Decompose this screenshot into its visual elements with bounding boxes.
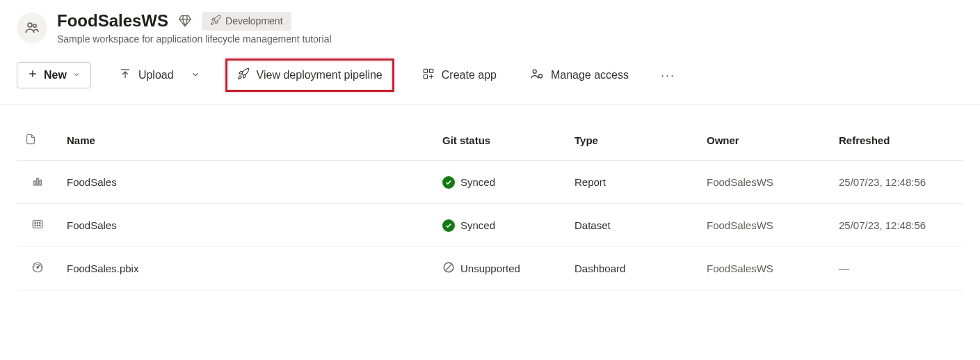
item-owner: FoodSalesWS [698,161,830,204]
rocket-icon [237,68,250,83]
table-row[interactable]: FoodSales Synced Dataset FoodSalesWS 25/… [17,204,963,247]
svg-point-0 [28,23,32,27]
svg-point-18 [37,222,38,224]
more-actions-button[interactable]: ··· [657,64,680,87]
dataset-icon [31,218,44,230]
check-circle-icon [442,219,455,232]
file-icon [25,136,36,148]
item-type: Dashboard [566,247,698,290]
view-pipeline-label: View deployment pipeline [257,69,383,81]
git-status-label: Unsupported [460,263,520,274]
column-header-type[interactable]: Type [566,122,698,161]
item-name[interactable]: FoodSales [58,161,434,204]
svg-point-17 [35,222,36,224]
workspace-title: FoodSalesWS [57,11,168,31]
table-row[interactable]: FoodSales Synced Report FoodSalesWS 25/0… [17,161,963,204]
item-owner: FoodSalesWS [698,247,830,290]
git-status-label: Synced [460,176,495,188]
premium-icon [178,14,192,28]
workspace-subtitle: Sample workspace for application lifecyc… [57,33,332,45]
svg-point-1 [33,24,36,27]
rocket-icon [210,15,221,28]
report-icon [31,175,44,187]
item-refreshed: — [830,247,963,290]
view-pipeline-button[interactable]: View deployment pipeline [225,58,394,92]
svg-rect-6 [424,69,427,72]
item-name[interactable]: FoodSales.pbix [58,247,434,290]
workspace-header: FoodSalesWS Devel [0,0,980,50]
git-status: Synced [442,219,558,232]
check-circle-icon [442,176,455,189]
git-status: Synced [442,176,558,189]
plus-icon [27,68,38,82]
item-owner: FoodSalesWS [698,204,830,247]
svg-point-19 [40,222,41,224]
svg-point-22 [40,225,41,226]
create-app-label: Create app [442,69,497,81]
upload-button[interactable]: Upload [113,63,179,87]
svg-point-24 [37,267,38,268]
items-table: Name Git status Type Owner Refreshed Foo… [17,122,963,290]
item-refreshed: 25/07/23, 12:48:56 [830,161,963,204]
svg-line-26 [445,264,452,271]
people-icon [24,19,40,36]
svg-point-20 [35,225,36,226]
svg-rect-14 [37,178,38,185]
svg-rect-15 [40,180,41,186]
column-header-owner[interactable]: Owner [698,122,830,161]
git-status-label: Synced [460,219,495,231]
new-button[interactable]: New [17,62,91,88]
manage-access-label: Manage access [551,69,629,81]
dashboard-icon [31,261,44,274]
item-type: Dataset [566,204,698,247]
column-header-refreshed[interactable]: Refreshed [830,122,963,161]
item-refreshed: 25/07/23, 12:48:56 [830,204,963,247]
stage-badge-label: Development [225,15,283,26]
column-header-git[interactable]: Git status [434,122,566,161]
new-button-label: New [44,69,67,81]
upload-dropdown-button[interactable] [188,67,203,84]
upload-icon [119,68,131,83]
svg-rect-8 [424,75,427,79]
stage-badge[interactable]: Development [202,12,291,31]
chevron-down-icon [191,70,200,79]
item-name[interactable]: FoodSales [58,204,434,247]
chevron-down-icon [72,69,81,81]
git-status: Unsupported [442,261,558,276]
svg-rect-7 [429,69,433,72]
people-settings-icon [530,67,544,84]
svg-rect-16 [33,221,42,228]
svg-point-11 [533,70,536,73]
upload-button-label: Upload [138,69,174,81]
table-row[interactable]: FoodSales.pbix Unsupported Dashboard Foo… [17,247,963,290]
blocked-icon [442,261,455,276]
workspace-avatar [17,13,47,43]
item-type: Report [566,161,698,204]
column-header-icon[interactable] [17,122,58,161]
svg-point-12 [538,75,542,78]
toolbar: New Upload [0,50,980,105]
svg-point-21 [37,225,38,226]
app-icon [422,68,435,83]
create-app-button[interactable]: Create app [417,63,502,87]
manage-access-button[interactable]: Manage access [524,63,634,88]
column-header-name[interactable]: Name [58,122,434,161]
ellipsis-icon: ··· [661,68,675,82]
svg-rect-13 [34,181,35,185]
